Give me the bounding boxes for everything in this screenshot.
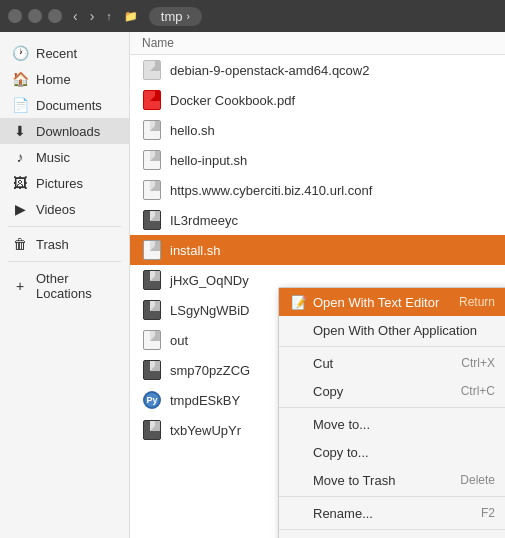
close-button[interactable]	[8, 9, 22, 23]
minimize-button[interactable]	[28, 9, 42, 23]
file-item-url-conf[interactable]: https.www.cyberciti.biz.410.url.conf	[130, 175, 505, 205]
move-trash-shortcut: Delete	[460, 473, 495, 487]
copy-to-icon	[291, 444, 307, 460]
sidebar-label-recent: Recent	[36, 46, 77, 61]
sidebar-item-recent[interactable]: 🕐 Recent	[0, 40, 129, 66]
recent-icon: 🕐	[12, 45, 28, 61]
context-menu-copy[interactable]: Copy Ctrl+C	[279, 377, 505, 405]
main-layout: 🕐 Recent 🏠 Home 📄 Documents ⬇ Downloads …	[0, 32, 505, 538]
forward-button[interactable]: ›	[85, 6, 100, 26]
sidebar-item-other-locations[interactable]: + Other Locations	[0, 266, 129, 306]
cut-shortcut: Ctrl+X	[461, 356, 495, 370]
file-icon-hello-input	[142, 150, 162, 170]
file-name-smp70: smp70pzZCG	[170, 363, 250, 378]
file-name-hello-input: hello-input.sh	[170, 153, 247, 168]
file-name-url-conf: https.www.cyberciti.biz.410.url.conf	[170, 183, 372, 198]
file-name-hello-sh: hello.sh	[170, 123, 215, 138]
file-icon-url-conf	[142, 180, 162, 200]
file-name-debian: debian-9-openstack-amd64.qcow2	[170, 63, 369, 78]
context-sep-1	[279, 346, 505, 347]
file-icon-out	[142, 330, 162, 350]
file-item-debian[interactable]: debian-9-openstack-amd64.qcow2	[130, 55, 505, 85]
location-chevron: ›	[187, 11, 190, 22]
move-trash-icon	[291, 472, 307, 488]
file-icon-install	[142, 240, 162, 260]
context-menu-cut[interactable]: Cut Ctrl+X	[279, 349, 505, 377]
file-icon-debian	[142, 60, 162, 80]
music-icon: ♪	[12, 149, 28, 165]
open-text-editor-shortcut: Return	[459, 295, 495, 309]
file-item-hello-input[interactable]: hello-input.sh	[130, 145, 505, 175]
sidebar-item-documents[interactable]: 📄 Documents	[0, 92, 129, 118]
context-menu-move-to[interactable]: Move to...	[279, 410, 505, 438]
folder-icon[interactable]: 📁	[119, 8, 143, 25]
file-icon-il3rd	[142, 210, 162, 230]
trash-icon: 🗑	[12, 236, 28, 252]
nav-buttons: ‹ › ↑ 📁	[68, 6, 143, 26]
maximize-button[interactable]	[48, 9, 62, 23]
file-icon-hello-sh	[142, 120, 162, 140]
sidebar-label-other: Other Locations	[36, 271, 117, 301]
copy-label: Copy	[313, 384, 343, 399]
file-icon-jhxg	[142, 270, 162, 290]
downloads-icon: ⬇	[12, 123, 28, 139]
sidebar-label-pictures: Pictures	[36, 176, 83, 191]
videos-icon: ▶	[12, 201, 28, 217]
sidebar-item-pictures[interactable]: 🖼 Pictures	[0, 170, 129, 196]
context-menu-rename[interactable]: Rename... F2	[279, 499, 505, 527]
file-name-docker: Docker Cookbook.pdf	[170, 93, 295, 108]
file-name-tmpd: tmpdESkBY	[170, 393, 240, 408]
context-sep-4	[279, 529, 505, 530]
sidebar-item-videos[interactable]: ▶ Videos	[0, 196, 129, 222]
rename-shortcut: F2	[481, 506, 495, 520]
move-to-label: Move to...	[313, 417, 370, 432]
up-button[interactable]: ↑	[101, 8, 117, 24]
sidebar-separator	[8, 226, 121, 227]
text-editor-icon: 📝	[291, 294, 307, 310]
file-icon-smp70	[142, 360, 162, 380]
open-other-label: Open With Other Application	[313, 323, 477, 338]
sidebar-label-downloads: Downloads	[36, 124, 100, 139]
sidebar-label-documents: Documents	[36, 98, 102, 113]
file-name-il3rd: IL3rdmeeyc	[170, 213, 238, 228]
rename-label: Rename...	[313, 506, 373, 521]
context-menu-open-text-editor[interactable]: 📝 Open With Text Editor Return	[279, 288, 505, 316]
pictures-icon: 🖼	[12, 175, 28, 191]
context-sep-3	[279, 496, 505, 497]
location-bar[interactable]: tmp ›	[149, 7, 202, 26]
file-name-jhxg: jHxG_OqNDy	[170, 273, 249, 288]
sidebar-item-downloads[interactable]: ⬇ Downloads	[0, 118, 129, 144]
location-text: tmp	[161, 9, 183, 24]
cut-icon	[291, 355, 307, 371]
other-locations-icon: +	[12, 278, 28, 294]
sidebar-label-trash: Trash	[36, 237, 69, 252]
column-name: Name	[142, 36, 174, 50]
open-text-editor-label: Open With Text Editor	[313, 295, 439, 310]
context-menu-open-other[interactable]: Open With Other Application	[279, 316, 505, 344]
rename-icon	[291, 505, 307, 521]
sidebar-item-music[interactable]: ♪ Music	[0, 144, 129, 170]
back-button[interactable]: ‹	[68, 6, 83, 26]
sidebar-item-trash[interactable]: 🗑 Trash	[0, 231, 129, 257]
file-icon-docker	[142, 90, 162, 110]
context-menu-copy-to[interactable]: Copy to...	[279, 438, 505, 466]
sidebar-label-videos: Videos	[36, 202, 76, 217]
sidebar-label-home: Home	[36, 72, 71, 87]
copy-icon	[291, 383, 307, 399]
file-icon-lsgy	[142, 300, 162, 320]
file-name-install: install.sh	[170, 243, 221, 258]
context-menu-compress[interactable]: Compress...	[279, 532, 505, 538]
file-content: Name debian-9-openstack-amd64.qcow2 Dock…	[130, 32, 505, 538]
context-menu-move-trash[interactable]: Move to Trash Delete	[279, 466, 505, 494]
documents-icon: 📄	[12, 97, 28, 113]
sidebar-item-home[interactable]: 🏠 Home	[0, 66, 129, 92]
context-menu: 📝 Open With Text Editor Return Open With…	[278, 287, 505, 538]
file-icon-tmpd: Py	[142, 390, 162, 410]
sidebar-label-music: Music	[36, 150, 70, 165]
file-item-docker[interactable]: Docker Cookbook.pdf	[130, 85, 505, 115]
titlebar: ‹ › ↑ 📁 tmp ›	[0, 0, 505, 32]
file-item-hello-sh[interactable]: hello.sh	[130, 115, 505, 145]
file-item-il3rd[interactable]: IL3rdmeeyc	[130, 205, 505, 235]
file-item-install[interactable]: install.sh	[130, 235, 505, 265]
move-to-icon	[291, 416, 307, 432]
